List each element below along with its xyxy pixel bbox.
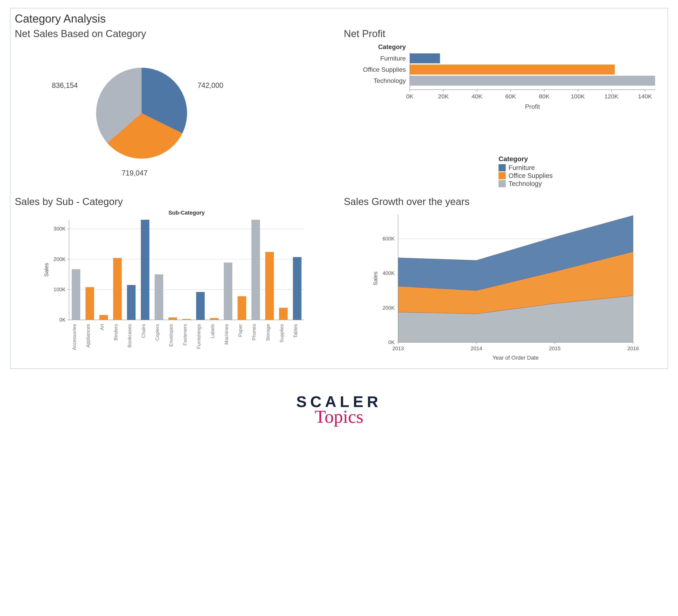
svg-text:Machines: Machines [224, 324, 229, 345]
svg-text:0K: 0K [59, 317, 66, 323]
legend-item-office[interactable]: Office Supplies [498, 172, 664, 179]
svg-text:Binders: Binders [113, 324, 118, 340]
svg-text:100K: 100K [571, 93, 585, 99]
svg-text:Accessories: Accessories [72, 324, 77, 350]
svg-text:Category: Category [378, 43, 406, 50]
svg-rect-68 [252, 220, 260, 320]
svg-text:40K: 40K [472, 93, 482, 99]
svg-rect-54 [155, 274, 163, 320]
svg-rect-60 [196, 292, 205, 320]
svg-text:Appliances: Appliances [85, 324, 91, 347]
svg-text:Sales: Sales [43, 263, 49, 277]
dashboard-grid: Net Sales Based on Category 742,000 719,… [14, 28, 664, 365]
pie-chart[interactable]: 742,000 719,047 836,154 [14, 41, 335, 188]
svg-rect-46 [99, 315, 108, 320]
svg-text:2016: 2016 [627, 345, 639, 352]
legend-label: Furniture [509, 164, 535, 171]
svg-text:Bookcases: Bookcases [127, 324, 132, 347]
legend-label: Office Supplies [509, 172, 553, 179]
legend-item-technology[interactable]: Technology [498, 180, 664, 188]
svg-text:600K: 600K [382, 236, 394, 242]
brand-logo: SCALER Topics [10, 393, 668, 427]
svg-text:0K: 0K [388, 339, 394, 345]
panel-net-sales: Net Sales Based on Category 742,000 719,… [14, 28, 335, 188]
area-chart[interactable]: 0K200K400K600KSales2013201420152016Year … [343, 209, 664, 365]
svg-text:Storage: Storage [265, 324, 271, 341]
dashboard-frame: Category Analysis Net Sales Based on Cat… [10, 8, 668, 369]
svg-text:60K: 60K [505, 93, 516, 99]
swatch-icon [498, 164, 506, 171]
legend-label: Technology [509, 180, 542, 188]
svg-text:300K: 300K [53, 226, 66, 232]
panel-net-profit: Net Profit CategoryFurnitureOffice Suppl… [343, 28, 664, 188]
svg-text:200K: 200K [53, 256, 66, 262]
dashboard-title: Category Analysis [15, 12, 664, 25]
panel-title-area: Sales Growth over the years [344, 196, 664, 207]
svg-text:2013: 2013 [392, 345, 404, 352]
legend-item-furniture[interactable]: Furniture [498, 164, 664, 171]
svg-text:100K: 100K [53, 286, 66, 292]
svg-text:Tables: Tables [293, 324, 298, 338]
svg-rect-2 [410, 53, 440, 64]
pie-label-technology: 836,154 [52, 81, 78, 90]
panel-title-subcategory: Sales by Sub - Category [15, 196, 335, 207]
svg-text:Labels: Labels [210, 324, 215, 338]
svg-text:400K: 400K [382, 270, 394, 276]
svg-rect-70 [265, 252, 274, 320]
svg-text:Phones: Phones [251, 324, 257, 340]
legend-title: Category [498, 155, 664, 163]
svg-text:Art: Art [99, 324, 105, 330]
svg-text:Fasteners: Fasteners [182, 324, 188, 345]
svg-rect-66 [238, 296, 246, 320]
svg-rect-44 [85, 287, 94, 320]
pie-svg [94, 65, 189, 161]
svg-text:2014: 2014 [470, 345, 482, 352]
svg-text:200K: 200K [382, 305, 394, 311]
svg-text:Profit: Profit [525, 103, 540, 110]
pie-label-office: 719,047 [122, 169, 148, 177]
hbar-chart[interactable]: CategoryFurnitureOffice SuppliesTechnolo… [343, 41, 664, 123]
svg-text:Chairs: Chairs [141, 324, 146, 338]
vbar-chart[interactable]: Sub-Category0K100K200K300KSalesAccessori… [14, 209, 335, 365]
svg-rect-52 [141, 220, 149, 320]
svg-text:Paper: Paper [237, 324, 243, 337]
svg-text:120K: 120K [604, 93, 618, 99]
svg-text:20K: 20K [438, 93, 449, 99]
svg-rect-58 [182, 319, 191, 320]
svg-rect-48 [113, 258, 122, 320]
swatch-icon [498, 180, 506, 187]
svg-rect-42 [72, 269, 80, 320]
pie-label-furniture: 742,000 [197, 81, 223, 90]
panel-area: Sales Growth over the years 0K200K400K60… [343, 196, 664, 365]
svg-text:Furniture: Furniture [380, 55, 406, 62]
svg-text:140K: 140K [638, 93, 652, 99]
panel-title-net-sales: Net Sales Based on Category [15, 28, 335, 39]
svg-text:Sales: Sales [372, 272, 378, 285]
svg-rect-6 [410, 76, 655, 86]
svg-text:0K: 0K [406, 93, 414, 99]
svg-rect-62 [210, 318, 219, 320]
svg-text:Furnishings: Furnishings [196, 324, 201, 349]
svg-rect-64 [224, 262, 232, 320]
swatch-icon [498, 172, 506, 179]
svg-rect-74 [293, 257, 302, 320]
legend: Category Furniture Office Supplies Techn… [498, 155, 664, 188]
svg-text:Envelopes: Envelopes [168, 324, 174, 346]
svg-rect-72 [279, 308, 288, 320]
panel-subcategory: Sales by Sub - Category Sub-Category0K10… [14, 196, 335, 365]
svg-text:Technology: Technology [374, 77, 406, 84]
svg-text:Supplies: Supplies [279, 324, 285, 342]
brand-line2: Topics [10, 406, 668, 427]
svg-text:Year of Order Date: Year of Order Date [493, 355, 539, 361]
svg-text:Office Supplies: Office Supplies [363, 66, 406, 73]
svg-rect-50 [127, 285, 136, 320]
svg-text:Copiers: Copiers [155, 324, 160, 341]
svg-rect-56 [168, 317, 177, 320]
svg-text:Sub-Category: Sub-Category [168, 210, 205, 216]
svg-text:2015: 2015 [549, 345, 561, 352]
panel-title-net-profit: Net Profit [344, 28, 664, 39]
svg-rect-4 [410, 65, 615, 75]
svg-text:80K: 80K [539, 93, 550, 99]
